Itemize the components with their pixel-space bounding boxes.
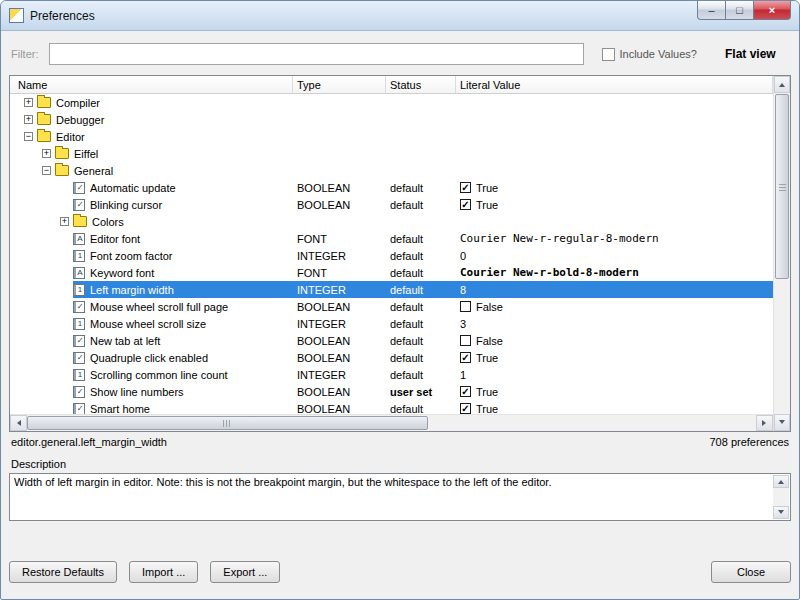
table-row[interactable]: 1Font zoom factorINTEGERdefault0	[10, 247, 773, 264]
horizontal-scrollbar[interactable]	[10, 414, 773, 431]
bool-icon: ✓	[73, 301, 85, 313]
table-row[interactable]: ✓Mouse wheel scroll full pageBOOLEANdefa…	[10, 298, 773, 315]
table-row[interactable]: 1Left margin widthINTEGERdefault8	[10, 281, 773, 298]
expand-plus-icon[interactable]: +	[24, 98, 33, 107]
preference-name: Eiffel	[74, 148, 98, 160]
tree-indent	[10, 281, 60, 298]
preference-name: Editor font	[90, 233, 140, 245]
preference-value	[456, 128, 773, 145]
description-scroll-up-icon	[778, 477, 784, 484]
table-row[interactable]: ✓New tab at leftBOOLEANdefaultFalse	[10, 332, 773, 349]
horizontal-scroll-track[interactable]	[27, 415, 756, 431]
horizontal-scroll-thumb[interactable]	[27, 416, 428, 430]
preference-name: Font zoom factor	[90, 250, 173, 262]
value-text: True	[476, 352, 498, 364]
tree-indent	[10, 315, 60, 332]
minimize-icon: –	[708, 4, 714, 16]
row-name-cell: +Debugger	[10, 111, 293, 128]
value-checkbox[interactable]: ✓	[460, 386, 471, 397]
value-checkbox[interactable]: ✓	[460, 403, 471, 414]
description-scroll-down-button[interactable]	[773, 506, 789, 519]
table-row[interactable]: −General	[10, 162, 773, 179]
tree-indent	[10, 400, 60, 414]
expand-plus-icon[interactable]: +	[24, 115, 33, 124]
scroll-left-button[interactable]	[10, 415, 27, 431]
tree-indent-spacer	[60, 264, 73, 281]
preference-type: INTEGER	[293, 247, 386, 264]
maximize-button[interactable]: □	[725, 1, 754, 20]
row-name-cell: −Editor	[10, 128, 293, 145]
tree-indent	[10, 145, 42, 162]
value-checkbox[interactable]: ✓	[460, 199, 471, 210]
value-checkbox[interactable]	[460, 301, 471, 312]
preference-status	[386, 128, 456, 145]
tree-indent-spacer	[60, 230, 73, 247]
column-header-name[interactable]: Name	[10, 76, 293, 93]
close-dialog-button[interactable]: Close	[711, 561, 791, 583]
scroll-up-button[interactable]	[774, 76, 790, 93]
table-row[interactable]: +Eiffel	[10, 145, 773, 162]
tree-indent-spacer	[60, 247, 73, 264]
column-header-literal-value[interactable]: Literal Value	[456, 76, 773, 93]
preference-value: False	[456, 298, 773, 315]
tree-indent-spacer	[60, 281, 73, 298]
expand-plus-icon[interactable]: +	[60, 217, 69, 226]
value-text: Courier New-r-regular-8-modern	[460, 232, 659, 245]
description-box[interactable]: Width of left margin in editor. Note: th…	[9, 473, 791, 521]
table-row[interactable]: ✓Smart homeBOOLEANdefault✓True	[10, 400, 773, 414]
vertical-scrollbar[interactable]	[773, 76, 790, 431]
preference-name: Mouse wheel scroll size	[90, 318, 206, 330]
table-row[interactable]: ✓Show line numbersBOOLEANuser set✓True	[10, 383, 773, 400]
expand-plus-icon[interactable]: +	[42, 149, 51, 158]
import-button[interactable]: Import ...	[129, 561, 198, 583]
flat-view-button[interactable]: Flat view	[725, 47, 776, 61]
collapse-minus-icon[interactable]: −	[42, 166, 51, 175]
tree-indent	[10, 162, 42, 179]
scroll-down-button[interactable]	[774, 414, 790, 431]
preference-type: BOOLEAN	[293, 196, 386, 213]
column-header-type[interactable]: Type	[293, 76, 386, 93]
value-text: 3	[460, 318, 466, 330]
preference-name: Debugger	[56, 114, 104, 126]
include-values-label: Include Values?	[620, 48, 697, 60]
column-header-status[interactable]: Status	[386, 76, 456, 93]
scroll-right-button[interactable]	[756, 415, 773, 431]
description-scroll-up-button[interactable]	[773, 475, 789, 488]
status-row: editor.general.left_margin_width 708 pre…	[11, 436, 789, 448]
table-row[interactable]: +Debugger	[10, 111, 773, 128]
filter-input[interactable]	[49, 43, 584, 65]
table-row[interactable]: +Compiler	[10, 94, 773, 111]
preference-status	[386, 213, 456, 230]
table-row[interactable]: ✓Blinking cursorBOOLEANdefault✓True	[10, 196, 773, 213]
table-row[interactable]: −Editor	[10, 128, 773, 145]
table-row[interactable]: ✓Automatic updateBOOLEANdefault✓True	[10, 179, 773, 196]
close-button[interactable]: ×	[753, 1, 791, 20]
collapse-minus-icon[interactable]: −	[24, 132, 33, 141]
row-name-cell: +Compiler	[10, 94, 293, 111]
preference-value: ✓True	[456, 400, 773, 414]
preference-type: BOOLEAN	[293, 179, 386, 196]
table-row[interactable]: 1Mouse wheel scroll sizeINTEGERdefault3	[10, 315, 773, 332]
description-scrollbar[interactable]	[773, 475, 789, 519]
preference-type: FONT	[293, 264, 386, 281]
table-row[interactable]: AEditor fontFONTdefaultCourier New-r-reg…	[10, 230, 773, 247]
scroll-down-icon	[779, 420, 785, 427]
filter-row: Filter: Include Values? Flat view	[11, 43, 789, 65]
table-row[interactable]: +Colors	[10, 213, 773, 230]
include-values-checkbox[interactable]	[602, 48, 615, 61]
value-checkbox[interactable]: ✓	[460, 352, 471, 363]
table-row[interactable]: AKeyword fontFONTdefaultCourier New-r-bo…	[10, 264, 773, 281]
vertical-scroll-thumb[interactable]	[775, 94, 789, 279]
value-checkbox[interactable]	[460, 335, 471, 346]
minimize-button[interactable]: –	[697, 1, 726, 20]
preference-status: default	[386, 366, 456, 383]
table-row[interactable]: 1Scrolling common line countINTEGERdefau…	[10, 366, 773, 383]
value-text: True	[476, 199, 498, 211]
preference-type: BOOLEAN	[293, 349, 386, 366]
tree-indent	[10, 247, 60, 264]
export-button[interactable]: Export ...	[210, 561, 280, 583]
preference-name: Quadruple click enabled	[90, 352, 208, 364]
restore-defaults-button[interactable]: Restore Defaults	[9, 561, 117, 583]
value-checkbox[interactable]: ✓	[460, 182, 471, 193]
table-row[interactable]: ✓Quadruple click enabledBOOLEANdefault✓T…	[10, 349, 773, 366]
